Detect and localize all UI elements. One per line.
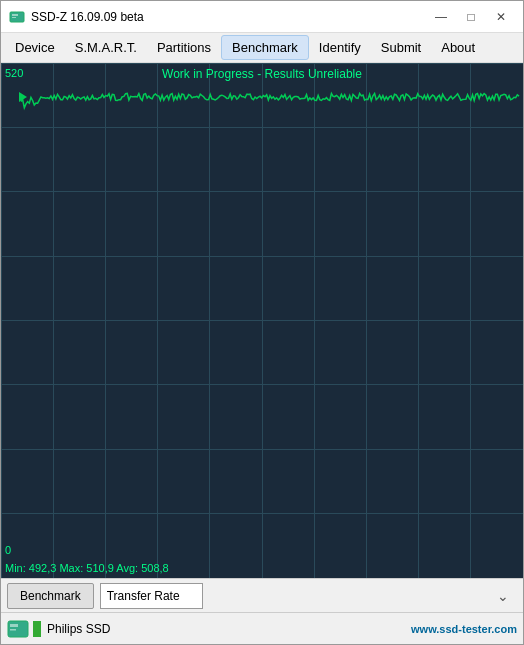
menu-item-device[interactable]: Device <box>5 36 65 59</box>
device-name: Philips SSD <box>47 622 411 636</box>
menu-bar: Device S.M.A.R.T. Partitions Benchmark I… <box>1 33 523 63</box>
benchmark-button[interactable]: Benchmark <box>7 583 94 609</box>
minimize-button[interactable]: — <box>427 6 455 28</box>
transfer-rate-select-wrapper: Transfer Rate 4K Read 4K Write Sequentia… <box>100 583 517 609</box>
app-icon <box>9 9 25 25</box>
menu-item-partitions[interactable]: Partitions <box>147 36 221 59</box>
svg-rect-4 <box>10 624 18 627</box>
menu-item-benchmark[interactable]: Benchmark <box>221 35 309 60</box>
chart-canvas <box>1 63 523 578</box>
chart-title: Work in Progress - Results Unreliable <box>1 67 523 81</box>
svg-rect-5 <box>10 629 16 631</box>
ssd-indicator-bar <box>33 621 41 637</box>
chart-stats: Min: 492,3 Max: 510,9 Avg: 508,8 <box>5 562 169 574</box>
window-controls: — □ ✕ <box>427 6 515 28</box>
svg-rect-1 <box>12 14 18 16</box>
status-bar: Philips SSD www.ssd-tester.com <box>1 612 523 644</box>
bottom-toolbar: Benchmark Transfer Rate 4K Read 4K Write… <box>1 578 523 612</box>
chart-y-min: 0 <box>5 544 11 556</box>
menu-item-about[interactable]: About <box>431 36 485 59</box>
website-link: www.ssd-tester.com <box>411 623 517 635</box>
status-app-icon <box>7 618 29 640</box>
title-bar: SSD-Z 16.09.09 beta — □ ✕ <box>1 1 523 33</box>
main-window: SSD-Z 16.09.09 beta — □ ✕ Device S.M.A.R… <box>0 0 524 645</box>
window-title: SSD-Z 16.09.09 beta <box>31 10 427 24</box>
menu-item-smart[interactable]: S.M.A.R.T. <box>65 36 147 59</box>
menu-item-identify[interactable]: Identify <box>309 36 371 59</box>
maximize-button[interactable]: □ <box>457 6 485 28</box>
menu-item-submit[interactable]: Submit <box>371 36 431 59</box>
transfer-rate-select[interactable]: Transfer Rate 4K Read 4K Write Sequentia… <box>100 583 203 609</box>
svg-rect-2 <box>12 17 16 18</box>
benchmark-chart: Work in Progress - Results Unreliable 52… <box>1 63 523 578</box>
close-button[interactable]: ✕ <box>487 6 515 28</box>
